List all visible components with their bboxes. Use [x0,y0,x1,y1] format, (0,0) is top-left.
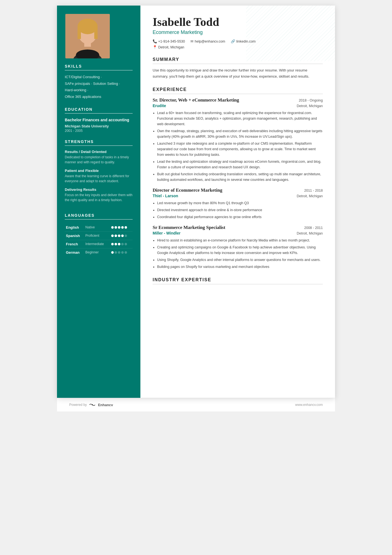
dot-empty [125,235,127,237]
dot-empty [118,251,120,254]
strength-title: Results / Detail Oriented [65,150,133,154]
skills-section: SKILLS ICT/Digital Consulting · SAFe pri… [57,64,140,107]
lang-level: Beginner [84,248,110,256]
candidate-name: Isabelle Todd [153,16,323,28]
header-section: Isabelle Todd Ecommerce Marketing 📞 +1-9… [153,16,323,49]
exp-location: Detroit, Michigan [297,194,323,198]
dot-empty [121,243,124,245]
location-contact: 📍 Detroit, Michigan [153,45,184,49]
experience-item: Sr Ecommerce Marketing Specialist 2008 -… [153,225,323,270]
bullet-item: Lead a 60+ team focused on transforming,… [157,110,323,127]
bullet-item: Led revenue growth by more than 80% from… [157,200,323,206]
dot-empty [121,251,124,254]
edu-years: 2001 - 2005 [65,129,133,133]
lang-level: Native [84,223,110,232]
email-contact: ✉ help@enhancv.com [190,39,225,43]
exp-bullets: Lead a 60+ team focused on transforming,… [153,110,323,182]
powered-by-label: Powered by [69,403,87,407]
linkedin-url: linkedin.com [236,40,255,43]
lang-name: Spanish [65,231,84,240]
exp-location: Detroit, Michigan [297,104,323,108]
skills-title: SKILLS [65,64,133,70]
email-address: help@enhancv.com [195,40,225,43]
sidebar: SKILLS ICT/Digital Consulting · SAFe pri… [57,6,140,398]
strength-desc: Dedicated to completion of tasks in a ti… [65,155,133,165]
language-row: French Intermediate [65,240,133,248]
strength-item: Patient and Flexible Aware that the lear… [65,169,133,184]
dot-filled [118,226,120,229]
strength-title: Patient and Flexible [65,169,133,173]
company-name: Erudite [153,103,166,108]
bullet-item: Built out global function including onbo… [157,171,323,182]
email-icon: ✉ [190,39,193,43]
dot-empty [115,251,117,254]
skills-list: ICT/Digital Consulting · SAFe principals… [65,74,133,99]
industry-title: INDUSTRY EXPERTISE [153,277,323,284]
skill-item: Hard-working · [65,87,133,93]
lang-dots [110,249,133,256]
dot-filled [121,226,124,229]
dot-filled [111,243,114,245]
job-title: Sr Ecommerce Marketing Specialist [153,225,225,230]
candidate-title: Ecommerce Marketing [153,29,323,35]
edu-institution: Michigan State University [65,124,133,128]
exp-dates: 2008 - 2011 [304,226,323,230]
bullet-item: Creating and optimizing campaigns on Goo… [157,245,323,256]
exp-header: Director of Ecommerce Marketing 2011 - 2… [153,188,323,193]
dot-filled [111,251,114,254]
exp-company-row: Thiel - Larson Detroit, Michigan [153,194,323,198]
bullet-item: Hired to assist in establishing an e-com… [157,238,323,243]
brand-name: Enhancv [98,403,113,407]
experience-item: Director of Ecommerce Marketing 2011 - 2… [153,188,323,220]
bullet-item: Directed investment approach to drive on… [157,207,323,213]
company-name: Thiel - Larson [153,194,178,198]
location-icon: 📍 [153,45,157,49]
skill-item: Office 365 applications [65,94,133,100]
svg-rect-5 [94,26,98,39]
summary-title: SUMMARY [153,57,323,64]
dot-empty [125,251,127,254]
resume-page: SKILLS ICT/Digital Consulting · SAFe pri… [57,6,335,398]
enhancv-logo-icon [88,403,96,407]
language-row: German Beginner [65,248,133,256]
exp-bullets: Led revenue growth by more than 80% from… [153,200,323,220]
dot-empty [125,243,127,245]
linkedin-icon: 🔗 [231,39,235,43]
language-table: English Native Spanish Proficient [65,223,133,256]
summary-text: Use this opportunity to intrigue and dra… [153,67,323,79]
svg-rect-6 [84,42,91,47]
language-row: English Native [65,223,133,232]
lang-level: Proficient [84,231,110,240]
lang-name: German [65,248,84,256]
experience-item: Sr. Director, Web + eCommerce Marketing … [153,97,323,182]
languages-section: LANGUAGES English Native [57,213,140,263]
language-row: Spanish Proficient [65,231,133,240]
footer-logo: Powered by Enhancv [69,403,113,407]
dot-filled [115,243,117,245]
exp-header: Sr. Director, Web + eCommerce Marketing … [153,97,323,103]
strength-item: Delivering Results Focus on the key inpu… [65,188,133,203]
job-title: Sr. Director, Web + eCommerce Marketing [153,97,239,103]
lang-dots [110,241,133,247]
education-section: EDUCATION Bachelor Finances and accounti… [57,107,140,139]
avatar-section [57,6,140,64]
bullet-item: Building pages on Shopify for various ma… [157,264,323,270]
phone-contact: 📞 +1-914-345-5530 [153,39,185,43]
lang-name: English [65,223,84,232]
lang-dots [110,233,133,239]
edu-degree: Bachelor Finances and accounting [65,117,133,123]
lang-dots [110,224,133,231]
strengths-section: STRENGTHS Results / Detail Oriented Dedi… [57,139,140,213]
main-content: Isabelle Todd Ecommerce Marketing 📞 +1-9… [140,6,335,398]
exp-dates: 2011 - 2018 [304,189,323,193]
dot-filled [111,226,114,229]
strength-item: Results / Detail Oriented Dedicated to c… [65,150,133,165]
skill-item: ICT/Digital Consulting · [65,74,133,80]
languages-title: LANGUAGES [65,213,133,219]
exp-header: Sr Ecommerce Marketing Specialist 2008 -… [153,225,323,230]
phone-icon: 📞 [153,39,157,43]
strength-desc: Aware that the learning curve is differe… [65,174,133,184]
footer-url: www.enhancv.com [295,403,323,407]
lang-name: French [65,240,84,248]
experience-title: EXPERIENCE [153,87,323,94]
